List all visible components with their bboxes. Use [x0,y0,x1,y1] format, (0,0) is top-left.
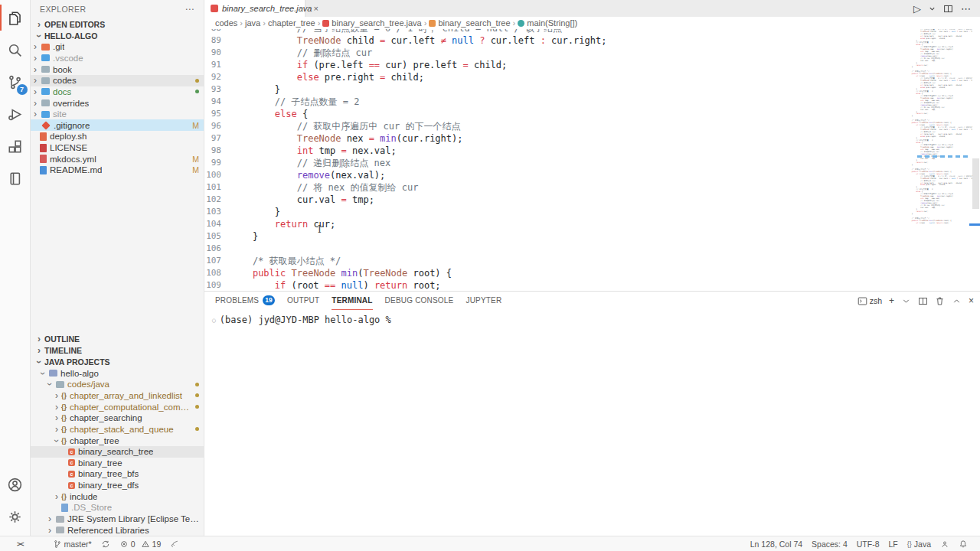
tree-item--git[interactable]: ›.git [31,41,204,53]
remote-indicator[interactable]: >< [12,536,28,551]
java-tree-item-chapter_computational_complexity[interactable]: ›{}chapter_computational_complexity [31,401,204,412]
java-tree-item-binary_tree_bfs[interactable]: cbinary_tree_bfs [31,468,204,480]
code-line[interactable]: 94 // 子结点数量 = 2 [204,96,980,108]
notifications-bell-icon[interactable] [954,536,972,551]
tree-item-deploy-sh[interactable]: deploy.sh [31,131,204,142]
java-tree-item-codes-java[interactable]: ›codes/java [31,379,204,390]
breadcrumb-item-2[interactable]: java [245,18,260,28]
java-tree-item-chapter_searching[interactable]: ›{}chapter_searching [31,412,204,424]
eol-status[interactable]: LF [884,536,903,551]
split-editor-icon[interactable] [943,4,953,14]
tree-item-book[interactable]: ›book [31,64,204,75]
run-dropdown-chevron-icon[interactable] [929,5,936,12]
code-line[interactable]: 103 } [204,206,980,218]
sidebar-more-icon[interactable]: ⋯ [185,4,194,15]
sync-icon[interactable] [96,536,115,551]
code-line[interactable]: 97 TreeNode nex = min(cur.right); [204,132,980,145]
run-button[interactable]: ▷ [913,3,921,15]
tree-item-LICENSE[interactable]: LICENSE [31,142,204,154]
code-line[interactable]: 95 else { [204,108,980,120]
code-line[interactable]: 107 /* 获取最小结点 */ [204,255,980,267]
section-open-editors[interactable]: › OPEN EDITORS [31,18,204,30]
section-outline[interactable]: › OUTLINE [31,333,204,344]
kill-terminal-trash-icon[interactable] [935,296,945,306]
code-line[interactable]: 88 // 当子结点数量 = 0 / 1 时， child = null / 该… [204,29,980,34]
indentation-status[interactable]: Spaces: 4 [807,536,852,551]
minimap[interactable]: // 当子结点数量 = 0 / 1 时， child = null / 该子结点… [907,29,972,291]
java-tree-item-binary_tree[interactable]: cbinary_tree [31,458,204,469]
close-panel-icon[interactable]: × [969,295,974,306]
code-line[interactable]: 101 // 将 nex 的值复制给 cur [204,181,980,194]
java-tree-item-Referenced-Libraries[interactable]: ›Referenced Libraries [31,524,204,536]
account-icon[interactable] [0,468,31,500]
code-line[interactable]: 109 if (root == null) return root; [204,279,980,291]
code-line[interactable]: 99 // 递归删除结点 nex [204,157,980,169]
code-line[interactable]: 100 remove(nex.val); [204,169,980,181]
tree-item--vscode[interactable]: ›.vscode [31,53,204,64]
tree-item-codes[interactable]: ›codes [31,75,204,86]
code-line[interactable]: 90 // 删除结点 cur [204,47,980,59]
code-line[interactable]: 98 int tmp = nex.val; [204,145,980,157]
git-branch-status[interactable]: master* [48,536,96,551]
new-terminal-icon[interactable]: + [889,295,894,306]
tree-item-mkdocs-yml[interactable]: mkdocs.ymlM [31,153,204,165]
run-debug-icon[interactable] [0,98,31,130]
code-line[interactable]: 108 public TreeNode min(TreeNode root) { [204,267,980,279]
java-tree-item-include[interactable]: ›{}include [31,491,204,502]
notebook-icon[interactable] [0,162,31,194]
breadcrumb-item-6[interactable]: main(String[]) [518,18,577,28]
section-java-projects[interactable]: › JAVA PROJECTS [31,356,204,367]
tab-binary-search-tree[interactable]: binary_search_tree.java × [204,0,305,17]
line-col-status[interactable]: Ln 128, Col 74 [746,536,807,551]
code-line[interactable]: 96 // 获取中序遍历中 cur 的下一个结点 [204,120,980,132]
java-tree-item-chapter_tree[interactable]: ›{}chapter_tree [31,435,204,446]
extensions-icon[interactable] [0,130,31,162]
terminal-dropdown-chevron-icon[interactable] [901,296,911,306]
tree-item-overrides[interactable]: ›overrides [31,97,204,109]
panel-tab-problems[interactable]: PROBLEMS19 [215,292,275,310]
tree-item-README-md[interactable]: README.mdM [31,165,204,176]
panel-tab-terminal[interactable]: TERMINAL [332,292,372,310]
section-timeline[interactable]: › TIMELINE [31,344,204,356]
java-tree-item-chapter_array_and_linkedlist[interactable]: ›{}chapter_array_and_linkedlist [31,390,204,402]
settings-gear-icon[interactable] [0,500,31,533]
feedback-icon[interactable] [936,536,954,551]
code-line[interactable]: 106 [204,243,980,255]
maximize-panel-chevron-icon[interactable] [952,296,962,306]
tab-close-icon[interactable]: × [312,4,319,13]
java-tree-item-JRE-System-Library-Eclipse-Temurin-17-17[interactable]: ›JRE System Library [Eclipse Temurin 17 … [31,514,204,525]
terminal-content[interactable]: ○ (base) jyd@JYD-MBP hello-algo % [204,310,980,536]
panel-tab-output[interactable]: OUTPUT [287,292,319,310]
code-line[interactable]: 93 } [204,83,980,96]
java-tree-item-binary_tree_dfs[interactable]: cbinary_tree_dfs [31,480,204,491]
code-line[interactable]: 92 else pre.right = child; [204,71,980,83]
terminal-shell-selector[interactable]: zsh [858,296,882,306]
java-tree-item-hello-algo[interactable]: ›hello-algo [31,367,204,379]
search-icon[interactable] [0,34,31,66]
java-tree-item--DS_Store[interactable]: .DS_Store [31,502,204,514]
code-line[interactable]: 102 cur.val = tmp; [204,194,980,206]
editor-scrollbar-thumb[interactable] [972,158,979,209]
tree-item-docs[interactable]: ›docs [31,86,204,98]
breadcrumb-item-5[interactable]: binary_search_tree [429,18,510,28]
split-terminal-icon[interactable] [918,296,928,306]
explorer-icon[interactable] [0,2,31,34]
code-line[interactable]: 104 return cur; [204,218,980,230]
code-editor[interactable]: 88 // 当子结点数量 = 0 / 1 时， child = null / 该… [204,29,980,291]
encoding-status[interactable]: UTF-8 [852,536,884,551]
code-line[interactable]: 91 if (pre.left == cur) pre.left = child… [204,59,980,71]
more-actions-icon[interactable]: ⋯ [961,3,971,15]
code-line[interactable]: 105 } [204,230,980,243]
language-mode-status[interactable]: {} Java [903,536,936,551]
code-line[interactable]: 89 TreeNode child = cur.left ≠ null ? cu… [204,34,980,47]
tree-item-site[interactable]: ›site [31,109,204,120]
problems-status[interactable]: 0 19 [115,536,166,551]
breadcrumb-item-4[interactable]: binary_search_tree.java [322,18,421,28]
panel-tab-jupyter[interactable]: JUPYTER [466,292,501,310]
java-rocket-status-icon[interactable] [165,536,184,551]
tree-item--gitignore[interactable]: .gitignoreM [31,119,204,131]
java-tree-item-binary_search_tree[interactable]: cbinary_search_tree [31,446,204,458]
breadcrumb-item-1[interactable]: codes [215,18,237,28]
panel-tab-debug-console[interactable]: DEBUG CONSOLE [385,292,454,310]
section-root-folder[interactable]: › HELLO-ALGO [31,30,204,41]
